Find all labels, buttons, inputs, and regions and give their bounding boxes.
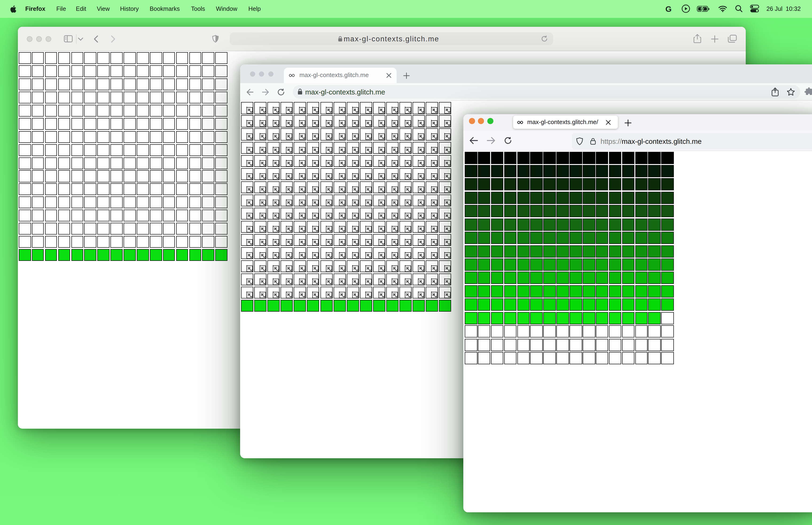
svg-text:G: G (665, 4, 672, 13)
